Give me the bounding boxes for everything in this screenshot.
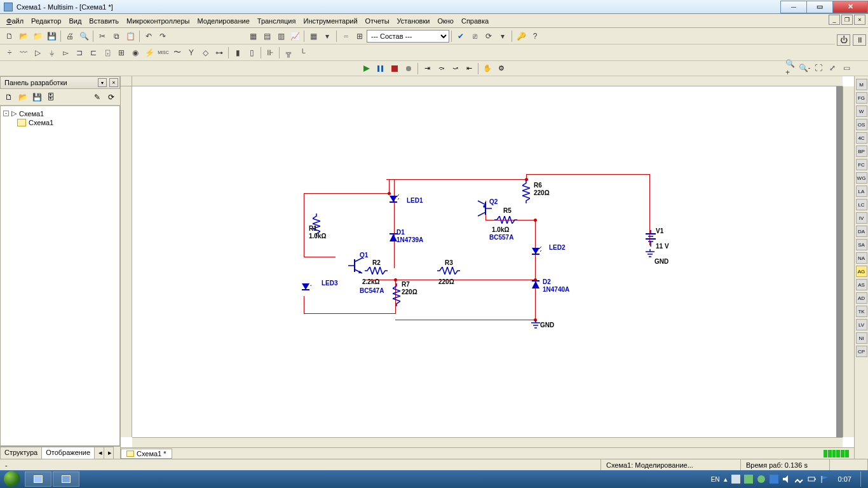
menu-simulate[interactable]: Моделирование: [193, 16, 253, 26]
vertical-scrollbar[interactable]: [843, 86, 854, 437]
logic-converter-button[interactable]: LC: [856, 199, 867, 210]
wifi-icon[interactable]: [795, 475, 804, 484]
component-r6[interactable]: [522, 180, 530, 203]
bluetooth-icon[interactable]: [770, 475, 778, 484]
place-analog-button[interactable]: ▻: [59, 46, 72, 59]
erc-button[interactable]: ✔: [454, 30, 467, 43]
panel-close-button[interactable]: ×: [109, 78, 118, 87]
start-button[interactable]: [0, 470, 24, 488]
tab-hierarchy[interactable]: Структура: [0, 447, 42, 459]
panel-save-button[interactable]: 💾: [31, 91, 43, 104]
word-generator-button[interactable]: WG: [856, 172, 867, 184]
close-button[interactable]: ✕: [832, 1, 868, 13]
place-ni-button[interactable]: ◇: [199, 46, 212, 59]
panel-dropdown-button[interactable]: ▾: [98, 78, 107, 87]
sim-step-back-button[interactable]: ⇤: [463, 63, 475, 74]
place-electromech-button[interactable]: Y: [185, 46, 198, 59]
tree-collapse-icon[interactable]: -: [3, 111, 9, 116]
toggle-grid-button[interactable]: ▦: [247, 30, 259, 43]
tab-scroll-left[interactable]: ◂: [94, 447, 104, 459]
open-button[interactable]: 📂: [17, 30, 30, 43]
undo-button[interactable]: ↶: [142, 30, 155, 43]
tree-root[interactable]: - ▷ Схема1: [3, 109, 117, 118]
action-center-icon[interactable]: [731, 475, 740, 484]
network-button[interactable]: NA: [856, 252, 867, 264]
wattmeter-button[interactable]: W: [856, 105, 867, 117]
new-button[interactable]: 🗋: [3, 30, 16, 43]
place-hier-button[interactable]: ▯: [245, 46, 258, 59]
sim-run-button[interactable]: [361, 63, 372, 74]
sim-stop-button[interactable]: [389, 63, 400, 74]
sim-interactive-button[interactable]: ✋: [482, 63, 493, 74]
iv-analyzer-button[interactable]: IV: [856, 212, 867, 224]
place-source-button[interactable]: ÷: [3, 46, 16, 59]
analysis-button[interactable]: ⎚: [468, 30, 481, 43]
component-q1[interactable]: [348, 257, 363, 274]
place-misc2-button[interactable]: MISC: [157, 46, 170, 59]
component-r7[interactable]: [393, 283, 400, 306]
panel-saveall-button[interactable]: 🗄: [44, 91, 57, 104]
component-led2[interactable]: [530, 247, 541, 258]
help-button[interactable]: ?: [529, 30, 541, 43]
panel-open-button[interactable]: 📂: [17, 91, 29, 104]
copy-button[interactable]: ⧉: [110, 30, 123, 43]
place-indicator-button[interactable]: ◉: [129, 46, 142, 59]
volume-icon[interactable]: [782, 475, 791, 484]
menu-insert[interactable]: Вставить: [85, 16, 123, 26]
network-icon[interactable]: [744, 475, 753, 484]
database-button[interactable]: ▥: [275, 30, 287, 43]
menu-file[interactable]: Файл: [3, 16, 27, 26]
sim-settings-button[interactable]: ⚙: [496, 63, 507, 74]
minimize-button[interactable]: ─: [780, 1, 807, 13]
taskbar-item-2[interactable]: [53, 471, 79, 487]
distortion-button[interactable]: DA: [856, 226, 867, 237]
save-button[interactable]: 💾: [45, 30, 58, 43]
function-generator-button[interactable]: FG: [856, 92, 867, 104]
zoom-fit-button[interactable]: ⤢: [827, 62, 838, 74]
tek-scope-button[interactable]: TK: [856, 306, 867, 317]
schematic-canvas[interactable]: R1 1.0kΩ LED1 D1 1N4739A Q1 BC5: [132, 86, 843, 437]
agilent-scope-button[interactable]: AS: [856, 279, 867, 290]
component-v1[interactable]: [644, 230, 657, 247]
component-r2[interactable]: [365, 267, 388, 274]
tray-expand-icon[interactable]: ▴: [724, 475, 728, 484]
system-tray[interactable]: EN ▴ 0:07: [711, 471, 868, 487]
show-desktop-button[interactable]: [860, 471, 865, 487]
place-bus-button[interactable]: ⊪: [264, 46, 276, 59]
component-gnd1[interactable]: [644, 249, 656, 258]
print-button[interactable]: 🖨: [64, 30, 76, 43]
mdi-close-button[interactable]: ×: [854, 15, 865, 25]
bode-plotter-button[interactable]: BP: [856, 146, 867, 157]
component-led1[interactable]: [388, 194, 399, 206]
component-r5[interactable]: [494, 216, 517, 224]
menu-reports[interactable]: Отчеты: [362, 16, 393, 26]
multimeter-button[interactable]: M: [856, 79, 867, 90]
place-rf-button[interactable]: 〜: [171, 46, 184, 59]
pause-switch-button[interactable]: ⏸: [853, 34, 866, 46]
tab-scroll-right[interactable]: ▸: [104, 447, 114, 459]
print-preview-button[interactable]: 🔍: [78, 30, 90, 43]
taskbar[interactable]: EN ▴ 0:07: [0, 470, 868, 488]
language-indicator[interactable]: EN: [711, 476, 720, 483]
net-button[interactable]: ⊞: [353, 30, 366, 43]
dropdown2-icon[interactable]: ▾: [496, 30, 509, 43]
menu-edit[interactable]: Редактор: [27, 16, 65, 26]
document-tab[interactable]: Схема1 *: [121, 449, 172, 459]
oscilloscope-button[interactable]: OS: [856, 119, 867, 130]
ni-elvis-button[interactable]: NI: [856, 332, 867, 344]
mdi-restore-button[interactable]: ❐: [841, 15, 853, 25]
place-cmos-button[interactable]: ⊏: [87, 46, 100, 59]
place-basic-button[interactable]: 〰: [17, 46, 30, 59]
component-r3[interactable]: [437, 267, 460, 274]
agilent-fg-button[interactable]: AG: [856, 266, 867, 277]
place-ttl-button[interactable]: ⊐: [73, 46, 86, 59]
design-tree[interactable]: - ▷ Схема1 Схема1: [0, 105, 120, 446]
menu-window[interactable]: Окно: [433, 16, 458, 26]
clock[interactable]: 0:07: [833, 475, 857, 483]
spectrum-button[interactable]: SA: [856, 239, 867, 250]
sim-record-button[interactable]: [403, 63, 414, 74]
battery-icon[interactable]: [808, 475, 817, 484]
four-ch-scope-button[interactable]: 4C: [856, 132, 867, 144]
probe-button[interactable]: ⎓: [339, 30, 352, 43]
redo-button[interactable]: ↷: [156, 30, 169, 43]
